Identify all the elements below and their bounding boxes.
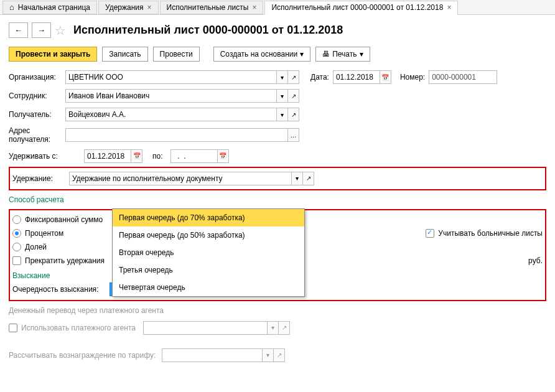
- checkbox-agent[interactable]: [9, 324, 17, 332]
- tab-bar: ⌂ Начальная страница Удержания × Исполни…: [0, 0, 555, 15]
- address-label: Адрес получателя:: [9, 126, 62, 144]
- chevron-down-icon[interactable]: ▾: [277, 70, 288, 84]
- deduction-input[interactable]: [69, 172, 292, 185]
- agent-input[interactable]: [143, 321, 268, 335]
- btn-label: Создать на основании: [220, 50, 298, 58]
- priority-label: Очередность взыскания:: [12, 285, 106, 294]
- open-link-icon[interactable]: ↗: [288, 70, 299, 84]
- dropdown-option-1[interactable]: Первая очередь (до 70% заработка): [113, 209, 304, 226]
- calendar-icon[interactable]: 📅: [380, 70, 391, 84]
- date-input[interactable]: [333, 70, 380, 84]
- open-link-icon[interactable]: ↗: [288, 89, 299, 103]
- dropdown-option-4[interactable]: Третья очередь: [113, 261, 304, 279]
- rub-label: руб.: [528, 256, 543, 265]
- open-link-icon[interactable]: ↗: [274, 348, 285, 362]
- hold-from-input[interactable]: [84, 149, 131, 163]
- radio-fixed-label: Фиксированной суммо: [25, 215, 103, 224]
- org-input[interactable]: [65, 70, 277, 84]
- ellipsis-icon[interactable]: …: [288, 128, 299, 142]
- date-label: Дата:: [310, 73, 329, 82]
- tab-label: Исполнительный лист 0000-000001 от 01.12…: [271, 3, 443, 12]
- transfer-title: Денежный перевод через платежного агента: [0, 302, 555, 319]
- tab-label: Начальная страница: [18, 3, 90, 12]
- header: ← → ☆ Исполнительный лист 0000-000001 от…: [0, 15, 555, 40]
- forward-button[interactable]: →: [32, 22, 51, 38]
- open-link-icon[interactable]: ↗: [288, 108, 299, 121]
- checkbox-stop[interactable]: [12, 256, 21, 265]
- close-icon[interactable]: ×: [447, 3, 451, 12]
- reward-label: Рассчитывать вознаграждение по тарифу:: [9, 351, 158, 360]
- radio-percent[interactable]: [12, 229, 21, 238]
- employee-label: Сотрудник:: [9, 91, 62, 100]
- chevron-down-icon[interactable]: ▾: [277, 108, 288, 121]
- chevron-down-icon[interactable]: ▾: [268, 321, 279, 335]
- printer-icon: 🖶: [322, 50, 330, 58]
- stop-label: Прекратить удержания: [25, 256, 105, 265]
- recipient-input[interactable]: [65, 108, 277, 121]
- toolbar: Провести и закрыть Записать Провести Соз…: [0, 40, 555, 68]
- tab-deductions[interactable]: Удержания ×: [98, 1, 159, 14]
- calendar-icon[interactable]: 📅: [218, 149, 229, 163]
- favorite-icon[interactable]: ☆: [55, 23, 66, 38]
- reward-input[interactable]: [162, 348, 263, 362]
- deduction-highlight: Удержание: ▾ ↗: [9, 167, 546, 190]
- chevron-down-icon: ▾: [360, 50, 363, 58]
- radio-share[interactable]: [12, 243, 21, 251]
- recipient-label: Получатель:: [9, 110, 62, 119]
- priority-dropdown: Первая очередь (до 70% заработка) Первая…: [112, 208, 305, 297]
- chevron-down-icon[interactable]: ▾: [292, 172, 303, 185]
- back-button[interactable]: ←: [9, 22, 28, 38]
- calc-highlight: Фиксированной суммо Процентом Учитывать …: [9, 209, 546, 301]
- tab-home[interactable]: ⌂ Начальная страница: [2, 1, 97, 14]
- open-link-icon[interactable]: ↗: [303, 172, 314, 185]
- hold-from-label: Удерживать с:: [9, 152, 80, 161]
- tab-writs[interactable]: Исполнительные листы ×: [160, 1, 264, 14]
- dropdown-option-2[interactable]: Первая очередь (до 50% заработка): [113, 226, 304, 244]
- hold-to-input[interactable]: [170, 149, 218, 163]
- radio-fixed[interactable]: [12, 215, 21, 224]
- sick-label: Учитывать больничные листы: [438, 229, 543, 238]
- number-input[interactable]: [429, 70, 497, 84]
- create-based-button[interactable]: Создать на основании ▾: [213, 47, 311, 62]
- tab-writ-detail[interactable]: Исполнительный лист 0000-000001 от 01.12…: [264, 1, 458, 15]
- btn-label: Печать: [332, 50, 357, 58]
- print-button[interactable]: 🖶 Печать ▾: [315, 47, 370, 62]
- number-label: Номер:: [400, 73, 425, 82]
- tab-label: Исполнительные листы: [167, 3, 249, 12]
- home-icon: ⌂: [9, 2, 14, 12]
- chevron-down-icon: ▾: [300, 50, 304, 58]
- checkbox-sick[interactable]: [426, 229, 434, 238]
- address-input[interactable]: [65, 128, 288, 142]
- to-label: по:: [152, 152, 163, 161]
- chevron-down-icon[interactable]: ▾: [277, 89, 288, 103]
- dropdown-option-5[interactable]: Четвертая очередь: [113, 279, 304, 296]
- post-button[interactable]: Провести: [153, 47, 200, 62]
- radio-share-label: Долей: [25, 243, 47, 251]
- dropdown-option-3[interactable]: Вторая очередь: [113, 244, 304, 261]
- deduction-label: Удержание:: [12, 174, 65, 183]
- page-title: Исполнительный лист 0000-000001 от 01.12…: [73, 24, 343, 37]
- calendar-icon[interactable]: 📅: [131, 149, 142, 163]
- chevron-down-icon[interactable]: ▾: [263, 348, 274, 362]
- radio-percent-label: Процентом: [25, 229, 63, 238]
- calc-section-title: Способ расчета: [0, 192, 555, 208]
- close-icon[interactable]: ×: [252, 3, 256, 12]
- org-label: Организация:: [9, 73, 62, 82]
- agent-label: Использовать платежного агента: [21, 324, 139, 332]
- post-close-button[interactable]: Провести и закрыть: [9, 47, 97, 62]
- tab-label: Удержания: [105, 3, 144, 12]
- close-icon[interactable]: ×: [147, 3, 152, 12]
- employee-input[interactable]: [65, 89, 277, 103]
- save-button[interactable]: Записать: [102, 47, 147, 62]
- open-link-icon[interactable]: ↗: [279, 321, 290, 335]
